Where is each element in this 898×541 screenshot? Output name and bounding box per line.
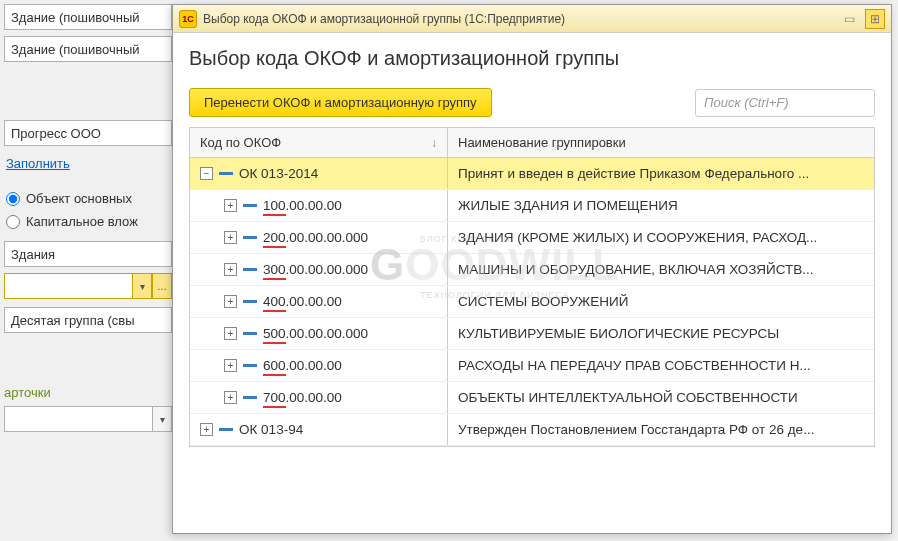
expand-icon[interactable]: + — [224, 327, 237, 340]
cell-name: ЖИЛЫЕ ЗДАНИЯ И ПОМЕЩЕНИЯ — [448, 190, 874, 221]
header-code-label: Код по ОКОФ — [200, 135, 281, 150]
cell-name: Принят и введен в действие Приказом Феде… — [448, 158, 874, 189]
background-form: Здание (пошивочный Здание (пошивочный Пр… — [4, 4, 176, 440]
code-text: ОК 013-2014 — [239, 166, 318, 181]
folder-icon — [219, 428, 233, 431]
expand-icon[interactable]: + — [224, 391, 237, 404]
window-title: Выбор кода ОКОФ и амортизационной группы… — [203, 12, 833, 26]
header-code[interactable]: Код по ОКОФ ↓ — [190, 128, 448, 157]
cell-name: РАСХОДЫ НА ПЕРЕДАЧУ ПРАВ СОБСТВЕННОСТИ Н… — [448, 350, 874, 381]
transfer-button[interactable]: Перенести ОКОФ и амортизационную группу — [189, 88, 492, 117]
code-text: 400.00.00.00 — [263, 294, 342, 309]
table-row[interactable]: −ОК 013-2014Принят и введен в действие П… — [190, 158, 874, 190]
okof-grid: Код по ОКОФ ↓ Наименование группировки −… — [189, 127, 875, 447]
table-row[interactable]: +300.00.00.00.000МАШИНЫ И ОБОРУДОВАНИЕ, … — [190, 254, 874, 286]
titlebar-tool-icon[interactable]: ▭ — [839, 9, 859, 29]
cell-code: +200.00.00.00.000 — [190, 222, 448, 253]
code-text: ОК 013-94 — [239, 422, 303, 437]
folder-icon — [219, 172, 233, 175]
cell-code: +500.00.00.00.000 — [190, 318, 448, 349]
titlebar: 1С Выбор кода ОКОФ и амортизационной гру… — [173, 5, 891, 33]
dialog-okof-selection: 1С Выбор кода ОКОФ и амортизационной гру… — [172, 4, 892, 534]
collapse-icon[interactable]: − — [200, 167, 213, 180]
field-okof-code[interactable]: ▾ … — [4, 273, 172, 299]
radio-fixed-asset-input[interactable] — [6, 192, 20, 206]
field-buildings[interactable]: Здания — [4, 241, 172, 267]
cell-name: Утвержден Постановлением Госстандарта РФ… — [448, 414, 874, 445]
dropdown-icon[interactable]: ▾ — [152, 406, 172, 432]
radio-capital-label: Капитальное влож — [26, 214, 138, 229]
page-title: Выбор кода ОКОФ и амортизационной группы — [189, 47, 875, 70]
toolbar: Перенести ОКОФ и амортизационную группу … — [189, 88, 875, 117]
table-row[interactable]: +500.00.00.00.000КУЛЬТИВИРУЕМЫЕ БИОЛОГИЧ… — [190, 318, 874, 350]
folder-icon — [243, 236, 257, 239]
header-name[interactable]: Наименование группировки — [448, 128, 874, 157]
field-group[interactable]: Десятая группа (свы — [4, 307, 172, 333]
tab-cards[interactable]: арточки — [4, 379, 176, 406]
dropdown-icon[interactable]: ▾ — [132, 273, 152, 299]
cell-name: ЗДАНИЯ (КРОМЕ ЖИЛЫХ) И СООРУЖЕНИЯ, РАСХО… — [448, 222, 874, 253]
folder-icon — [243, 204, 257, 207]
table-row[interactable]: +400.00.00.00СИСТЕМЫ ВООРУЖЕНИЙ — [190, 286, 874, 318]
table-row[interactable]: +ОК 013-94Утвержден Постановлением Госст… — [190, 414, 874, 446]
table-row[interactable]: +200.00.00.00.000ЗДАНИЯ (КРОМЕ ЖИЛЫХ) И … — [190, 222, 874, 254]
cell-code: +400.00.00.00 — [190, 286, 448, 317]
cell-code: +600.00.00.00 — [190, 350, 448, 381]
expand-icon[interactable]: + — [224, 359, 237, 372]
field-org[interactable]: Прогресс ООО — [4, 120, 172, 146]
expand-icon[interactable]: + — [224, 263, 237, 276]
app-icon: 1С — [179, 10, 197, 28]
radio-capital[interactable]: Капитальное влож — [4, 210, 176, 233]
folder-icon — [243, 268, 257, 271]
field-building-2[interactable]: Здание (пошивочный — [4, 36, 172, 62]
cell-code: +ОК 013-94 — [190, 414, 448, 445]
expand-icon[interactable]: + — [224, 231, 237, 244]
code-text: 100.00.00.00 — [263, 198, 342, 213]
code-text: 700.00.00.00 — [263, 390, 342, 405]
cell-name: МАШИНЫ И ОБОРУДОВАНИЕ, ВКЛЮЧАЯ ХОЗЯЙСТВ.… — [448, 254, 874, 285]
code-text: 300.00.00.00.000 — [263, 262, 368, 277]
expand-icon[interactable]: + — [224, 295, 237, 308]
cell-code: −ОК 013-2014 — [190, 158, 448, 189]
folder-icon — [243, 364, 257, 367]
expand-icon[interactable]: + — [224, 199, 237, 212]
table-row[interactable]: +700.00.00.00ОБЪЕКТЫ ИНТЕЛЛЕКТУАЛЬНОЙ СО… — [190, 382, 874, 414]
cell-name: КУЛЬТИВИРУЕМЫЕ БИОЛОГИЧЕСКИЕ РЕСУРСЫ — [448, 318, 874, 349]
folder-icon — [243, 332, 257, 335]
table-row[interactable]: +100.00.00.00ЖИЛЫЕ ЗДАНИЯ И ПОМЕЩЕНИЯ — [190, 190, 874, 222]
titlebar-calc-icon[interactable]: ⊞ — [865, 9, 885, 29]
cell-code: +300.00.00.00.000 — [190, 254, 448, 285]
cell-code: +100.00.00.00 — [190, 190, 448, 221]
cell-name: ОБЪЕКТЫ ИНТЕЛЛЕКТУАЛЬНОЙ СОБСТВЕННОСТИ — [448, 382, 874, 413]
radio-fixed-asset-label: Объект основных — [26, 191, 132, 206]
code-text: 200.00.00.00.000 — [263, 230, 368, 245]
open-icon[interactable]: … — [152, 273, 172, 299]
code-text: 600.00.00.00 — [263, 358, 342, 373]
field-bottom[interactable]: ▾ — [4, 406, 172, 432]
code-text: 500.00.00.00.000 — [263, 326, 368, 341]
field-building-1[interactable]: Здание (пошивочный — [4, 4, 172, 30]
expand-icon[interactable]: + — [200, 423, 213, 436]
fill-link[interactable]: Заполнить — [4, 152, 72, 175]
cell-name: СИСТЕМЫ ВООРУЖЕНИЙ — [448, 286, 874, 317]
table-row[interactable]: +600.00.00.00РАСХОДЫ НА ПЕРЕДАЧУ ПРАВ СО… — [190, 350, 874, 382]
radio-fixed-asset[interactable]: Объект основных — [4, 187, 176, 210]
grid-header: Код по ОКОФ ↓ Наименование группировки — [190, 128, 874, 158]
folder-icon — [243, 300, 257, 303]
search-input[interactable]: Поиск (Ctrl+F) — [695, 89, 875, 117]
folder-icon — [243, 396, 257, 399]
radio-capital-input[interactable] — [6, 215, 20, 229]
sort-arrow-icon: ↓ — [431, 136, 437, 150]
cell-code: +700.00.00.00 — [190, 382, 448, 413]
